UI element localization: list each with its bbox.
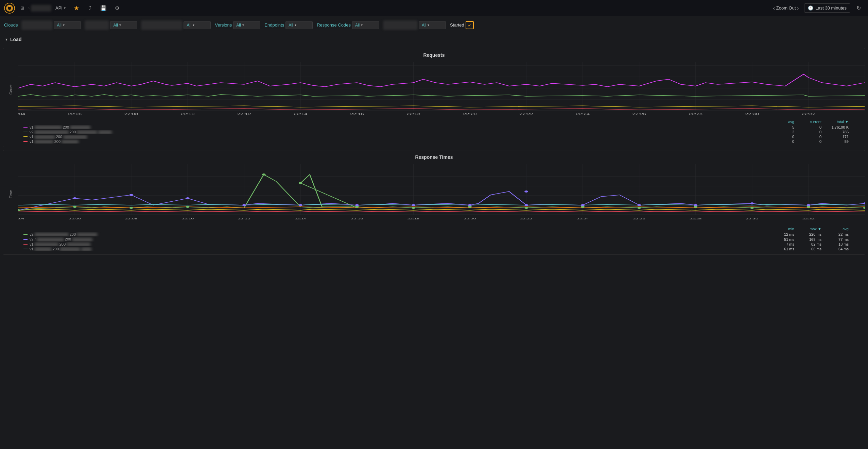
svg-text:22:14: 22:14 — [294, 217, 307, 220]
svg-text:22:24: 22:24 — [577, 217, 589, 220]
blurred-nav-1[interactable] — [31, 5, 51, 12]
legend-color-v1 — [23, 127, 28, 128]
filter-select-blurred-3[interactable] — [141, 21, 182, 30]
svg-text:22:24: 22:24 — [576, 112, 590, 116]
svg-point-98 — [581, 206, 585, 208]
svg-text:22:12: 22:12 — [237, 112, 251, 116]
legend-v2-avg: 2 — [767, 130, 794, 134]
legend-color-v1r — [23, 141, 28, 142]
rt-v2p-min: 51 ms — [767, 237, 794, 242]
chevron-right-icon: › — [797, 5, 799, 11]
svg-text:22:30: 22:30 — [746, 217, 759, 220]
filter-all-3[interactable]: All ▾ — [184, 21, 211, 29]
max-col-header[interactable]: max ▼ — [794, 227, 821, 231]
save-button[interactable]: 💾 — [98, 3, 109, 14]
svg-text:22:10: 22:10 — [181, 217, 194, 220]
filter-all-2[interactable]: All ▾ — [110, 21, 137, 29]
svg-point-2 — [8, 6, 11, 10]
rt-legend-color-v2 — [23, 234, 28, 235]
refresh-button[interactable]: ↻ — [853, 3, 864, 14]
settings-button[interactable]: ⚙ — [112, 3, 123, 14]
filter-all-1[interactable]: All ▾ — [54, 21, 81, 29]
chevron-down-icon: ▾ — [428, 23, 429, 27]
svg-point-99 — [637, 207, 641, 209]
load-section-header[interactable]: ▾ Load — [0, 34, 868, 45]
rt-legend-color-v2p — [23, 239, 28, 240]
svg-point-97 — [524, 207, 528, 209]
rt-legend-color-v1c — [23, 249, 28, 249]
share-button[interactable]: ⤴ — [85, 3, 96, 14]
legend-color-v1y — [23, 136, 28, 137]
filter-select-blurred-2[interactable] — [85, 21, 109, 30]
total-col-header[interactable]: total ▼ — [821, 120, 849, 124]
nav-right-controls: ‹ Zoom Out › 🕐 Last 30 minutes ↻ — [770, 3, 864, 14]
filter-all-endpoints[interactable]: All ▾ — [285, 21, 313, 29]
time-range-picker[interactable]: 🕐 Last 30 minutes — [804, 3, 850, 13]
filter-group-response-codes: Response Codes All ▾ — [317, 21, 379, 29]
avg-col-header-rt: avg — [821, 227, 849, 231]
svg-text:22:08: 22:08 — [125, 217, 137, 220]
svg-point-83 — [637, 204, 641, 206]
requests-chart-area: 15 10 5 0 22:04 22:06 22:08 — [18, 62, 865, 117]
svg-text:22:16: 22:16 — [350, 112, 364, 116]
chevron-down-icon: ▾ — [193, 23, 194, 27]
rt-legend-color-v1r — [23, 244, 28, 245]
zoom-out-button[interactable]: ‹ Zoom Out › — [770, 4, 801, 12]
filter-bar: Clouds All ▾ All ▾ All ▾ Versions All ▾ … — [0, 16, 868, 34]
svg-text:22:06: 22:06 — [69, 217, 81, 220]
rt-v1r-avg: 18 ms — [821, 242, 849, 246]
svg-point-76 — [299, 204, 302, 206]
time-range-label: Last 30 minutes — [815, 5, 847, 11]
rt-v2-min: 12 ms — [767, 232, 794, 236]
response-times-chart-title: Response Times — [3, 150, 865, 164]
requests-legend: avg current total ▼ v1 200 5 0 1.76100 K… — [3, 117, 865, 147]
svg-point-90 — [262, 173, 266, 176]
chevron-down-icon: ▾ — [119, 23, 121, 27]
svg-text:22:28: 22:28 — [690, 217, 702, 220]
svg-text:22:08: 22:08 — [124, 112, 138, 116]
load-section-label: Load — [10, 37, 21, 42]
svg-point-74 — [186, 197, 190, 199]
top-navigation: ⊞ › API ▾ ★ ⤴ 💾 ⚙ ‹ Zoom Out › 🕐 Last 30… — [0, 0, 868, 16]
legend-color-v2 — [23, 132, 28, 132]
rt-v2-avg: 22 ms — [821, 232, 849, 236]
filter-all-7[interactable]: All ▾ — [419, 21, 446, 29]
rt-v1c-min: 61 ms — [767, 247, 794, 251]
filter-group-versions: Versions All ▾ — [215, 21, 260, 29]
star-button[interactable]: ★ — [71, 3, 82, 14]
filter-select-blurred-7[interactable] — [383, 21, 417, 30]
rt-legend-row-3: v1 200 7 ms 82 ms 18 ms — [23, 242, 860, 246]
svg-text:22:22: 22:22 — [520, 217, 533, 220]
legend-row-2: v2 200 2 0 786 — [23, 130, 860, 134]
legend-v1-total: 1.76100 K — [821, 125, 849, 129]
chevron-down-icon: ▾ — [361, 23, 363, 27]
svg-point-85 — [750, 202, 754, 204]
chevron-down-icon: ▾ — [63, 23, 65, 27]
legend-v1y-avg: 0 — [767, 135, 794, 139]
requests-chart-body: Count — [3, 62, 865, 117]
svg-text:22:14: 22:14 — [294, 112, 308, 116]
svg-point-93 — [299, 182, 302, 184]
svg-text:22:12: 22:12 — [238, 217, 250, 220]
legend-v1y-total: 171 — [821, 135, 849, 139]
filter-select-blurred-1[interactable] — [22, 21, 52, 30]
home-nav[interactable]: ⊞ — [18, 4, 27, 12]
min-col-header: min — [767, 227, 794, 231]
svg-point-89 — [73, 206, 77, 208]
filter-all-response-codes[interactable]: All ▾ — [352, 21, 379, 29]
started-checkbox[interactable]: ✓ — [466, 21, 474, 29]
grafana-logo-icon[interactable] — [4, 3, 15, 14]
filter-group-7: All ▾ — [383, 21, 446, 30]
api-nav[interactable]: API ▾ — [53, 4, 68, 12]
rt-v2-max: 220 ms — [794, 232, 821, 236]
svg-text:22:26: 22:26 — [633, 217, 645, 220]
svg-point-72 — [73, 197, 77, 199]
rt-legend-row-4: v1 200 61 ms 66 ms 64 ms — [23, 247, 860, 251]
filter-group-2: All ▾ — [85, 21, 137, 30]
svg-point-96 — [468, 206, 472, 208]
svg-text:22:22: 22:22 — [519, 112, 533, 116]
filter-all-versions[interactable]: All ▾ — [233, 21, 260, 29]
collapse-icon: ▾ — [5, 37, 7, 42]
check-icon: ✓ — [468, 22, 472, 28]
svg-text:22:04: 22:04 — [18, 217, 25, 220]
